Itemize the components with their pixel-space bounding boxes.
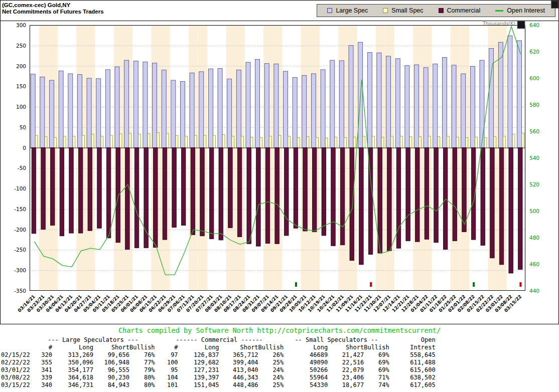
table-cell: 355 [31,359,52,366]
table-column-header: Intrest [389,344,436,351]
commercial-bar [209,148,214,239]
large-spec-bar [321,70,325,148]
table-cell: 69% [364,351,389,359]
large-spec-bar [171,80,176,148]
table-column-header: Long [178,344,219,351]
x-axis-labels: 03/16/2103/23/2103/30/2104/06/2104/13/21… [17,294,523,313]
small-spec-bar [335,137,337,147]
window-corner-button[interactable] [551,1,558,9]
commercial-bar [256,148,260,247]
large-spec-bar [302,75,307,147]
table-cell: 77% [129,359,155,366]
small-spec-bar [54,137,57,147]
small-spec-bar [119,134,122,148]
table-cell: 340 [31,381,52,389]
commercial-bar [434,148,439,243]
large-spec-bar [480,60,484,147]
table-column-header: Short [219,344,258,351]
table-cell: 80% [129,374,155,381]
table-cell-date: 02/22/22 [1,359,31,366]
large-spec-bar [87,78,91,148]
large-spec-bar [105,70,110,148]
table-cell: 99,656 [93,351,129,359]
chart-header: (GC,comex-cec) Gold,NY Net Commitments o… [1,1,558,21]
table-cell: 21,427 [328,351,364,359]
table-cell: 25% [258,381,284,389]
right-axis-title: Thousands(K) [482,21,515,26]
small-spec-bar [73,136,75,148]
table-cell: 346,731 [52,381,93,389]
table-column-header: # [155,344,178,351]
commercial-bar [144,148,149,248]
table-cell: 364,618 [52,374,93,381]
large-spec-bar [311,74,316,148]
table-cell-date: 03/08/22 [1,374,31,381]
large-spec-bar [59,71,63,147]
small-spec-bar [372,136,374,148]
table-cell: 54330 [284,381,328,389]
signal-mark-green [473,282,475,287]
commercial-bar [462,148,467,232]
table-cell: 84,943 [93,381,129,389]
table-cell: 611,488 [389,359,436,366]
large-spec-bar [190,73,194,147]
small-spec-bar [484,137,487,147]
commercial-bar [425,148,429,240]
table-cell: 69% [364,366,389,374]
small-spec-bar [269,136,271,148]
small-spec-bar [204,135,206,147]
commercial-bar [322,148,326,236]
commercial-bar [285,148,289,236]
large-spec-bar [40,77,45,148]
table-cell: 23,406 [328,374,364,381]
small-spec-bar [176,135,178,147]
table-column-header: Long [52,344,93,351]
commercial-bar [191,148,195,235]
table-cell: 101 [155,381,178,389]
small-spec-bar [232,136,234,148]
large-spec-bar [274,64,278,147]
chart-corner-button[interactable] [517,21,525,29]
signal-mark-red [370,282,372,287]
small-spec-bar [466,137,468,147]
table-cell: 69% [364,359,389,366]
signal-mark-red [519,282,521,287]
table-column-header: Short [328,344,364,351]
legend-label: Large Spec [336,7,368,14]
commercial-bar [97,148,102,229]
table-cell-date: 03/15/22 [1,381,31,389]
table-cell: 76% [129,351,155,359]
right-axis-tick: 580 [529,102,539,108]
small-spec-bar [194,135,197,147]
legend-item-open-interest: Open Interest [495,7,545,14]
small-spec-bar [250,137,253,147]
table-cell: 104 [155,374,178,381]
large-spec-bar [143,62,148,147]
table-cell: 106,948 [93,359,129,366]
commercial-bar [490,148,495,258]
commercial-bar [32,148,36,234]
table-cell: 22,516 [328,359,364,366]
table-group-header: Open [389,336,436,344]
left-axis-tick: -250 [14,247,26,253]
large-spec-bar [227,79,232,148]
table-cell: 126,837 [178,351,219,359]
large-spec-bar [31,74,35,148]
small-spec-bar [260,137,262,147]
small-spec-bar [353,137,356,147]
small-spec-bar [148,133,150,148]
commercial-bar [88,148,92,231]
left-axis-tick: -200 [14,227,26,233]
legend-label: Commercial [447,7,481,14]
commercial-bar [154,148,158,248]
small-spec-bar [512,134,515,148]
table-column-header: # [31,344,52,351]
commercial-bar [303,148,308,231]
commercial-bar [509,148,513,273]
signal-mark-green [295,282,297,287]
small-spec-bar [166,133,169,148]
large-spec-bar [264,64,269,148]
right-axis-tick: 460 [529,261,539,267]
table-cell: 80% [129,381,155,389]
commercial-bar [60,148,64,236]
